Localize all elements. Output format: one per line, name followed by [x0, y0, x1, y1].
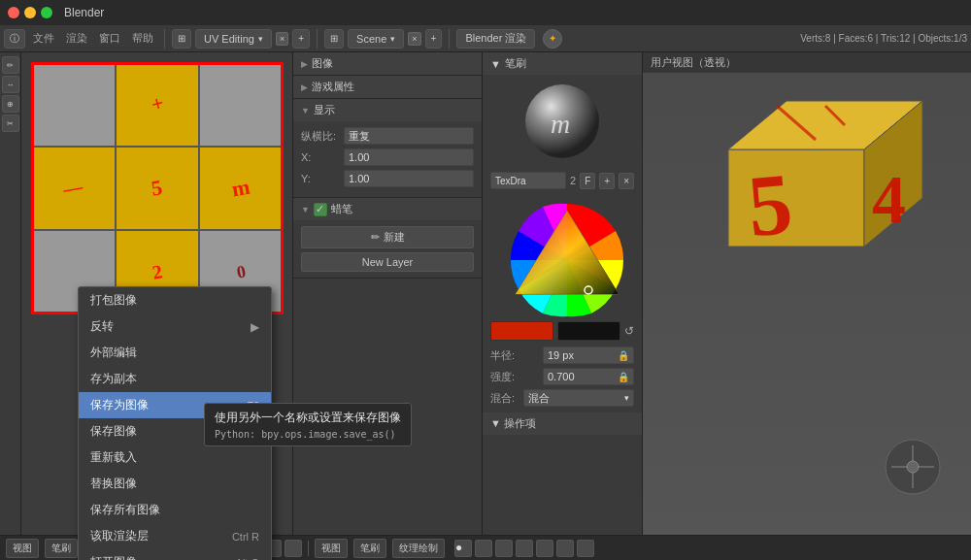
- ctx-arrow-icon: ▶: [251, 320, 259, 334]
- brush-close-btn[interactable]: ×: [619, 173, 634, 189]
- scale-x-row: X: 1.00: [301, 148, 474, 166]
- info-icon-btn[interactable]: ⓘ: [4, 29, 25, 49]
- ctx-invert[interactable]: 反转 ▶: [79, 313, 271, 340]
- svg-text:m: m: [551, 109, 570, 139]
- ctx-open-image[interactable]: 打开图像 Alt O: [79, 549, 271, 560]
- close-window-btn[interactable]: [8, 7, 19, 18]
- minimize-window-btn[interactable]: [24, 7, 36, 18]
- brush-section-label: 笔刷: [505, 56, 526, 71]
- strength-field[interactable]: 0.700 🔒: [543, 368, 634, 385]
- ctx-reload[interactable]: 重新载入: [79, 445, 271, 471]
- brush-f-btn[interactable]: F: [580, 173, 595, 189]
- ctx-save-copy[interactable]: 存为副本: [79, 366, 271, 392]
- 3d-viewport: 用户视图（透视） 5 4: [643, 52, 971, 535]
- bottom-ricon7[interactable]: [577, 540, 594, 557]
- new-btn[interactable]: ✏ 新建: [301, 226, 474, 248]
- workspace2-dropdown[interactable]: Scene ▾: [348, 29, 404, 49]
- uv-cell-0-1: +: [116, 62, 200, 147]
- menu-window[interactable]: 窗口: [95, 31, 124, 46]
- bottom-texture-paint-btn[interactable]: 纹理绘制: [392, 539, 445, 558]
- nav-widget[interactable]: [884, 438, 942, 496]
- render-engine-dropdown[interactable]: Blender 渲染: [456, 29, 535, 49]
- game-props-header[interactable]: ▶ 游戏属性: [293, 76, 482, 98]
- tooltip-code: Python: bpy.ops.image.save_as(): [215, 429, 401, 440]
- bottom-ricon4[interactable]: [516, 540, 533, 557]
- image-section: ▶ 图像: [293, 52, 482, 76]
- workspace-grid-btn[interactable]: ⊞: [172, 29, 191, 49]
- ops-section-header[interactable]: ▼ 操作项: [483, 412, 642, 435]
- workspace2-add-btn[interactable]: +: [425, 29, 443, 49]
- uv-cell-1-0: —: [31, 147, 116, 231]
- workspace-add-btn[interactable]: +: [292, 29, 310, 49]
- workspace2-grid-btn[interactable]: ⊞: [324, 29, 344, 49]
- lock-icon[interactable]: 🔒: [618, 350, 629, 361]
- bottom-ricon6[interactable]: [556, 540, 574, 557]
- strength-label: 强度:: [490, 370, 539, 384]
- menu-help[interactable]: 帮助: [128, 31, 157, 46]
- tool-btn-4[interactable]: ✂: [2, 115, 19, 132]
- bottom-sep3: [308, 541, 309, 556]
- secondary-color-swatch[interactable]: [557, 321, 620, 341]
- grease-pencil-label: 蜡笔: [331, 202, 352, 216]
- svg-point-18: [907, 461, 919, 473]
- scale-x-label: X:: [301, 151, 340, 163]
- brush-section-header: ▼ 笔刷: [483, 52, 642, 75]
- separator1: [164, 29, 165, 49]
- maximize-window-btn[interactable]: [41, 7, 52, 18]
- blend-label: 混合:: [490, 391, 519, 406]
- blend-field[interactable]: 混合 ▾: [523, 389, 634, 407]
- strength-row: 强度: 0.700 🔒: [483, 366, 642, 387]
- chevron-down-icon2: ▾: [390, 34, 395, 44]
- repeat-field[interactable]: 重复: [344, 127, 474, 145]
- color-wheel-wrap[interactable]: [504, 197, 620, 313]
- radius-field[interactable]: 19 px 🔒: [543, 346, 634, 364]
- bottom-view-btn[interactable]: 视图: [6, 539, 39, 558]
- workspace1-close-btn[interactable]: ×: [276, 32, 288, 46]
- primary-color-swatch[interactable]: [490, 321, 553, 341]
- bottom-ricon1[interactable]: ●: [454, 540, 472, 557]
- color-reload-icon[interactable]: ↺: [624, 324, 634, 338]
- tool-btn-2[interactable]: ↔: [2, 76, 19, 93]
- scale-x-field[interactable]: 1.00: [344, 148, 474, 166]
- brush-preview-svg: m: [523, 82, 601, 160]
- bottom-ricon5[interactable]: [536, 540, 553, 557]
- bottom-right-brush-btn[interactable]: 笔刷: [353, 539, 386, 558]
- menu-render[interactable]: 渲染: [62, 31, 91, 46]
- bottom-right-view-btn[interactable]: 视图: [315, 539, 348, 558]
- ctx-replace[interactable]: 替换图像: [79, 471, 271, 497]
- image-section-header[interactable]: ▶ 图像: [293, 52, 482, 75]
- grease-pencil-checkbox[interactable]: ✓: [314, 203, 327, 216]
- svg-text:4: 4: [872, 162, 906, 237]
- bottom-icon-btn5[interactable]: [285, 540, 302, 557]
- lock2-icon[interactable]: 🔒: [618, 372, 629, 382]
- bottom-brush-btn[interactable]: 笔刷: [45, 539, 78, 558]
- 3d-cube-svg: 5 4: [651, 72, 961, 363]
- window-controls[interactable]: [8, 7, 52, 18]
- ctx-pack-image[interactable]: 打包图像: [79, 287, 271, 313]
- properties-panel: ▶ 图像 ▶ 游戏属性 ▼ 显示 纵横比: 重复: [293, 52, 483, 535]
- tool-btn-1[interactable]: ✏: [2, 56, 19, 74]
- display-section-header[interactable]: ▼ 显示: [293, 99, 482, 121]
- brush-collapse-icon: ▼: [490, 58, 501, 70]
- grease-pencil-header[interactable]: ▼ ✓ 蜡笔: [293, 198, 482, 220]
- bottom-ricon2[interactable]: [475, 540, 492, 557]
- image-section-label: 图像: [312, 56, 333, 71]
- ctx-save-all[interactable]: 保存所有图像: [79, 497, 271, 523]
- bottom-ricon3[interactable]: [495, 540, 513, 557]
- brush-preview-container: m: [483, 75, 642, 168]
- brush-name-field[interactable]: TexDra: [490, 172, 566, 189]
- tool-btn-3[interactable]: ⊕: [2, 95, 19, 113]
- uv-grid: + — 5 m 2: [31, 62, 284, 314]
- color-wheel-svg: [504, 197, 630, 323]
- radius-row: 半径: 19 px 🔒: [483, 345, 642, 366]
- new-layer-btn[interactable]: New Layer: [301, 252, 474, 272]
- left-toolbar: ✏ ↔ ⊕ ✂: [0, 52, 21, 535]
- workspace2-close-btn[interactable]: ×: [408, 32, 420, 46]
- brush-plus-btn[interactable]: +: [599, 173, 615, 189]
- scale-y-field[interactable]: 1.00: [344, 170, 474, 187]
- ctx-render-layer[interactable]: 该取渲染层 Ctrl R: [79, 523, 271, 549]
- menu-file[interactable]: 文件: [29, 31, 58, 46]
- viewport-header: 用户视图（透视）: [643, 52, 971, 73]
- workspace1-dropdown[interactable]: UV Editing ▾: [195, 29, 272, 49]
- ctx-external-edit[interactable]: 外部编辑: [79, 340, 271, 366]
